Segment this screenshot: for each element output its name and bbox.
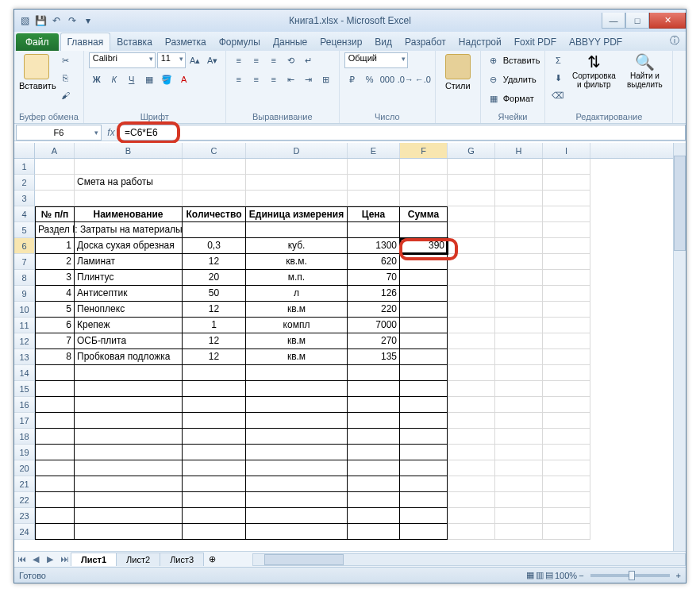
cell[interactable]: Количество bbox=[183, 206, 246, 222]
format-label[interactable]: Формат bbox=[503, 94, 534, 103]
tab-abbyy[interactable]: ABBYY PDF bbox=[563, 33, 629, 51]
cell[interactable] bbox=[75, 476, 183, 492]
cell[interactable] bbox=[495, 524, 543, 540]
row-header[interactable]: 2 bbox=[14, 175, 35, 191]
tab-review[interactable]: Рецензир bbox=[313, 33, 368, 51]
tab-developer[interactable]: Разработ bbox=[398, 33, 452, 51]
horizontal-scrollbar[interactable] bbox=[252, 553, 686, 566]
scrollbar-thumb[interactable] bbox=[674, 156, 686, 251]
cell[interactable] bbox=[543, 413, 590, 429]
tab-view[interactable]: Вид bbox=[368, 33, 398, 51]
cell[interactable] bbox=[495, 222, 543, 238]
cell[interactable] bbox=[495, 286, 543, 302]
cell[interactable] bbox=[348, 191, 400, 206]
cell[interactable] bbox=[495, 429, 543, 445]
cell[interactable] bbox=[35, 175, 75, 191]
cell[interactable] bbox=[75, 397, 183, 413]
row-header[interactable]: 14 bbox=[14, 365, 35, 381]
cell[interactable] bbox=[400, 191, 448, 206]
cell[interactable] bbox=[448, 524, 495, 540]
row-header[interactable]: 11 bbox=[14, 318, 35, 333]
cell[interactable]: 126 bbox=[348, 286, 400, 302]
cell[interactable]: 12 bbox=[183, 254, 246, 270]
cell[interactable] bbox=[35, 524, 75, 540]
cell[interactable] bbox=[400, 429, 448, 445]
help-icon[interactable]: ⓘ bbox=[663, 31, 686, 51]
cell[interactable]: Крепеж bbox=[75, 318, 183, 333]
zoom-thumb[interactable] bbox=[629, 571, 635, 580]
cell[interactable] bbox=[183, 508, 246, 524]
cell[interactable] bbox=[75, 460, 183, 476]
cell[interactable]: Ламинат bbox=[75, 254, 183, 270]
cell[interactable] bbox=[448, 492, 495, 508]
cell[interactable] bbox=[348, 445, 400, 460]
cell[interactable] bbox=[448, 302, 495, 318]
cell[interactable] bbox=[400, 222, 448, 238]
cell[interactable] bbox=[400, 381, 448, 397]
cell[interactable] bbox=[448, 318, 495, 333]
cell[interactable] bbox=[448, 476, 495, 492]
cell[interactable] bbox=[495, 445, 543, 460]
cell[interactable] bbox=[400, 318, 448, 333]
cell[interactable] bbox=[75, 508, 183, 524]
cell[interactable] bbox=[246, 365, 348, 381]
cell[interactable] bbox=[495, 365, 543, 381]
cell[interactable] bbox=[543, 429, 590, 445]
col-header[interactable]: B bbox=[75, 143, 183, 158]
cell[interactable] bbox=[348, 365, 400, 381]
tab-pagelayout[interactable]: Разметка bbox=[159, 33, 213, 51]
cell[interactable] bbox=[35, 381, 75, 397]
cell[interactable] bbox=[183, 381, 246, 397]
increase-decimal-icon[interactable]: .0→ bbox=[397, 71, 413, 87]
tab-insert[interactable]: Вставка bbox=[110, 33, 159, 51]
cell[interactable]: Доска сухая обрезная bbox=[75, 238, 183, 254]
cell[interactable] bbox=[448, 175, 495, 191]
cell[interactable] bbox=[246, 413, 348, 429]
undo-icon[interactable]: ↶ bbox=[49, 13, 63, 28]
zoom-slider[interactable] bbox=[590, 574, 670, 577]
cell[interactable] bbox=[400, 524, 448, 540]
cell[interactable] bbox=[448, 238, 495, 254]
cell[interactable] bbox=[246, 524, 348, 540]
cell[interactable] bbox=[495, 191, 543, 206]
worksheet-grid[interactable]: A B C D E F G H I 12Смета на работы34№ п… bbox=[14, 143, 686, 551]
copy-icon[interactable]: ⎘ bbox=[57, 70, 73, 86]
cell[interactable] bbox=[543, 222, 590, 238]
paste-button[interactable]: Вставить bbox=[19, 52, 54, 90]
cell[interactable]: 390 bbox=[400, 238, 448, 254]
font-color-icon[interactable]: A bbox=[176, 71, 192, 87]
cell[interactable] bbox=[495, 381, 543, 397]
cell[interactable] bbox=[75, 191, 183, 206]
cell[interactable]: 135 bbox=[348, 349, 400, 365]
cell[interactable] bbox=[543, 159, 590, 175]
cell[interactable] bbox=[183, 222, 246, 238]
cell[interactable] bbox=[35, 445, 75, 460]
col-header[interactable]: I bbox=[543, 143, 590, 158]
find-select-button[interactable]: 🔍 Найти и выделить bbox=[621, 52, 667, 89]
row-header[interactable]: 8 bbox=[14, 270, 35, 286]
tab-prev-icon[interactable]: ◀ bbox=[29, 554, 43, 564]
row-header[interactable]: 23 bbox=[14, 508, 35, 524]
row-header[interactable]: 9 bbox=[14, 286, 35, 302]
increase-indent-icon[interactable]: ⇥ bbox=[301, 71, 317, 87]
cell[interactable] bbox=[75, 159, 183, 175]
percent-icon[interactable]: % bbox=[362, 71, 378, 87]
cell[interactable]: Раздел I: Затраты на материалы bbox=[35, 222, 75, 238]
align-left-icon[interactable]: ≡ bbox=[231, 71, 247, 87]
cell[interactable] bbox=[400, 365, 448, 381]
row-header[interactable]: 13 bbox=[14, 349, 35, 365]
merge-icon[interactable]: ⊞ bbox=[318, 71, 334, 87]
cell[interactable] bbox=[543, 365, 590, 381]
border-icon[interactable]: ▦ bbox=[141, 71, 157, 87]
col-header[interactable]: C bbox=[183, 143, 246, 158]
cell[interactable] bbox=[400, 270, 448, 286]
cell[interactable]: Наименование bbox=[75, 206, 183, 222]
fill-color-icon[interactable]: 🪣 bbox=[159, 71, 175, 87]
insert-cells-icon[interactable]: ⊕ bbox=[486, 52, 502, 68]
cell[interactable]: 8 bbox=[35, 349, 75, 365]
cell[interactable] bbox=[246, 476, 348, 492]
cell[interactable] bbox=[543, 318, 590, 333]
cell[interactable] bbox=[543, 238, 590, 254]
cell[interactable]: 7 bbox=[35, 333, 75, 349]
cell[interactable] bbox=[183, 191, 246, 206]
